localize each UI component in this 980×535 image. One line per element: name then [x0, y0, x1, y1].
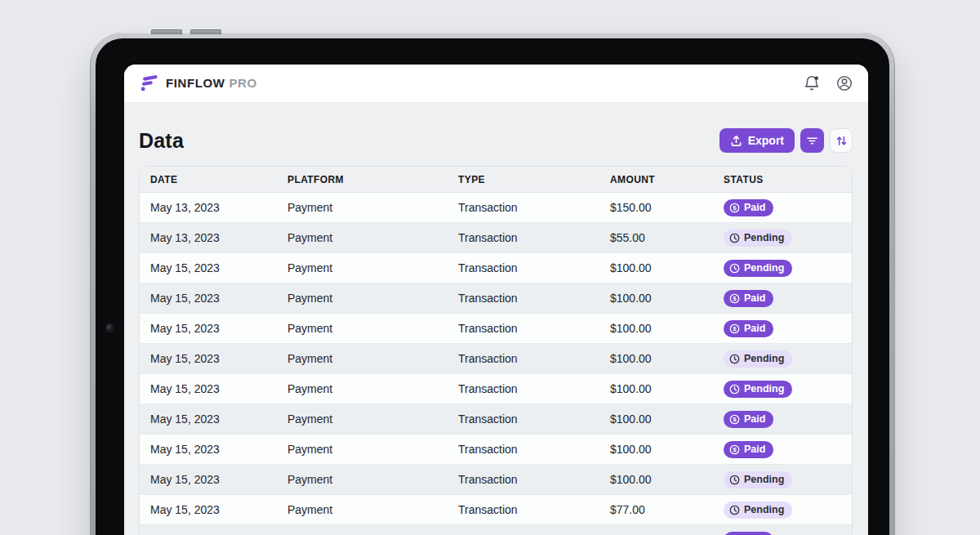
clock-icon — [729, 475, 740, 485]
brand: FINFLOWPRO — [139, 74, 257, 93]
toolbar: Export — [719, 128, 853, 153]
status-badge: Pending — [724, 350, 792, 368]
table-row[interactable]: May 15, 2023PaymentTransaction$100.00Pen… — [140, 465, 852, 495]
status-badge: Pending — [724, 260, 792, 277]
dollar-circle-icon: $ — [729, 323, 740, 334]
status-badge: Pending — [724, 381, 792, 398]
cell-platform: Payment — [277, 404, 448, 435]
app-header: FINFLOWPRO — [124, 65, 868, 103]
cell-status: $Paid — [713, 525, 852, 535]
cell-status: $Paid — [713, 314, 852, 344]
clock-icon — [729, 354, 740, 364]
cell-type: Transaction — [448, 435, 599, 465]
sort-arrows-icon — [835, 135, 848, 147]
table-row[interactable]: May 15, 2023PaymentTransaction$100.00$Pa… — [140, 435, 852, 465]
tablet-bezel: FINFLOWPRO — [96, 38, 889, 535]
table-row[interactable]: May 15, 2023PaymentTransaction$100.00$Pa… — [140, 283, 852, 314]
cell-date: May 15, 2023 — [140, 525, 277, 535]
status-label: Pending — [744, 263, 784, 274]
status-badge: Pending — [724, 471, 792, 488]
bell-icon[interactable] — [801, 73, 822, 94]
cell-amount: $100.00 — [599, 283, 713, 314]
cell-status: $Paid — [713, 404, 852, 435]
cell-platform: Payment — [277, 314, 448, 344]
volume-button — [190, 29, 221, 34]
cell-amount: $55.00 — [599, 223, 713, 253]
cell-status: $Paid — [713, 435, 852, 465]
cell-type: Transaction — [448, 525, 599, 535]
table-row[interactable]: May 15, 2023PaymentTransaction$100.00$Pa… — [140, 525, 852, 535]
cell-type: Transaction — [448, 495, 599, 525]
dollar-circle-icon: $ — [729, 414, 740, 425]
status-badge: $Paid — [724, 290, 773, 307]
cell-date: May 15, 2023 — [140, 283, 277, 314]
table-row[interactable]: May 13, 2023PaymentTransaction$150.00$Pa… — [140, 193, 852, 223]
table-header-row: DATE PLATFORM TYPE AMOUNT STATUS — [140, 167, 852, 193]
cell-type: Transaction — [448, 314, 599, 344]
volume-button — [151, 29, 182, 34]
table-row[interactable]: May 15, 2023PaymentTransaction$100.00Pen… — [140, 253, 852, 283]
cell-amount: $77.00 — [599, 495, 713, 525]
cell-platform: Payment — [277, 435, 448, 465]
column-header-amount[interactable]: AMOUNT — [599, 167, 713, 193]
upload-icon — [730, 135, 742, 147]
column-header-type[interactable]: TYPE — [448, 167, 599, 193]
svg-text:$: $ — [733, 446, 737, 453]
status-badge: $Paid — [724, 411, 773, 428]
cell-amount: $100.00 — [599, 253, 713, 283]
cell-date: May 15, 2023 — [140, 314, 277, 344]
cell-platform: Payment — [277, 495, 448, 525]
cell-status: Pending — [713, 344, 852, 374]
column-header-date[interactable]: DATE — [140, 167, 277, 193]
front-camera-dot — [106, 324, 114, 332]
table-row[interactable]: May 15, 2023PaymentTransaction$100.00Pen… — [140, 344, 852, 374]
column-header-status[interactable]: STATUS — [713, 167, 852, 193]
status-label: Pending — [744, 233, 784, 243]
cell-status: $Paid — [713, 193, 852, 223]
cell-status: $Paid — [713, 283, 852, 314]
export-button-label: Export — [748, 134, 784, 147]
status-badge: $Paid — [724, 320, 773, 337]
table-row[interactable]: May 15, 2023PaymentTransaction$77.00Pend… — [140, 495, 852, 525]
dollar-circle-icon: $ — [729, 444, 740, 455]
cell-amount: $100.00 — [599, 374, 713, 404]
table-row[interactable]: May 15, 2023PaymentTransaction$100.00$Pa… — [140, 404, 852, 435]
status-label: Paid — [744, 414, 765, 425]
brand-suffix: PRO — [229, 76, 257, 90]
cell-type: Transaction — [448, 283, 599, 314]
cell-date: May 15, 2023 — [140, 253, 277, 283]
cell-amount: $100.00 — [599, 465, 713, 495]
cell-status: Pending — [713, 374, 852, 404]
cell-date: May 13, 2023 — [140, 223, 277, 253]
cell-date: May 15, 2023 — [140, 404, 277, 435]
cell-type: Transaction — [448, 223, 599, 253]
status-label: Pending — [744, 354, 784, 364]
cell-platform: Payment — [277, 223, 448, 253]
cell-platform: Payment — [277, 283, 448, 314]
main-content: Data Export — [124, 128, 868, 535]
column-header-platform[interactable]: PLATFORM — [277, 167, 448, 193]
table-row[interactable]: May 15, 2023PaymentTransaction$100.00Pen… — [140, 374, 852, 404]
table-row[interactable]: May 13, 2023PaymentTransaction$55.00Pend… — [140, 223, 852, 253]
status-label: Paid — [744, 323, 765, 334]
filter-button[interactable] — [800, 128, 824, 153]
cell-amount: $100.00 — [599, 435, 713, 465]
cell-type: Transaction — [448, 253, 599, 283]
status-badge: $Paid — [724, 199, 773, 216]
status-badge: $Paid — [724, 441, 773, 458]
status-badge: $Paid — [724, 532, 773, 535]
svg-text:$: $ — [733, 204, 737, 212]
export-button[interactable]: Export — [719, 128, 795, 153]
cell-amount: $100.00 — [599, 344, 713, 374]
cell-status: Pending — [713, 495, 852, 525]
cell-status: Pending — [713, 465, 852, 495]
status-label: Pending — [744, 475, 784, 485]
clock-icon — [729, 384, 740, 395]
account-icon[interactable] — [834, 73, 855, 94]
cell-platform: Payment — [277, 525, 448, 535]
table-row[interactable]: May 15, 2023PaymentTransaction$100.00$Pa… — [140, 314, 852, 344]
cell-date: May 15, 2023 — [140, 435, 277, 465]
cell-amount: $100.00 — [599, 314, 713, 344]
sort-button[interactable] — [830, 128, 853, 153]
clock-icon — [729, 263, 740, 274]
